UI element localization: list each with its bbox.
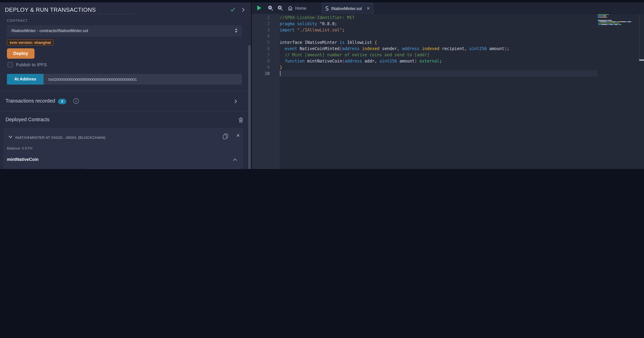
minimap-seg [600,17,607,18]
code-line: function mintNativeCoin(address addr, ui… [280,58,509,64]
separator [0,91,251,92]
minimap-seg [621,22,625,22]
minimap-seg [628,22,630,22]
select-arrows-icon [235,28,238,33]
deployed-contracts-title: Deployed Contracts [6,117,50,122]
open-function-name[interactable]: mintNativeCoin [7,157,38,162]
code-token: pragma solidity [280,21,320,26]
code-token: amount [489,46,504,51]
code-token: NativeCoinMinted [300,46,340,51]
function-fields: addr:amount: [4,168,243,169]
minimap-seg [607,17,607,18]
minimap-seg [598,14,608,15]
deployed-contract-card: INATIVEMINTER AT 0X020...00001 (BLOCKCHA… [4,128,243,169]
code-token: ) [504,46,507,51]
publish-ipfs-checkbox[interactable] [8,62,13,67]
minimap-line [598,24,638,25]
minimap-line [598,17,638,18]
minimap-seg [625,22,628,22]
balance-label: Balance: 0 ETH [7,146,32,150]
code-content[interactable]: //SPDX-License-Identifier: MITpragma sol… [280,14,509,76]
code-token: mintNativeCoin [307,58,342,63]
contract-select-value: INativeMinter - contracts/INativeMinter.… [12,25,88,36]
deploy-run-panel: DEPLOY & RUN TRANSACTIONS CONTRACT INati… [0,2,251,169]
minimap-line [598,18,638,19]
minimap-seg [598,23,620,24]
vertical-scrollbar[interactable] [248,45,251,169]
code-token: ; [342,28,344,32]
tab-home[interactable]: Home [288,2,306,14]
field-input-addr[interactable] [84,168,240,169]
code-line: } [280,64,509,70]
run-script-icon[interactable] [257,6,262,10]
minimap-seg [598,20,606,21]
line-number: 7 [252,52,270,58]
card-collapse-chevron-icon[interactable] [8,135,13,138]
minimap-seg [598,16,604,16]
minimap-seg [618,24,621,25]
panel-collapse-chevron-icon[interactable] [242,8,245,12]
home-icon [288,6,293,10]
code-token [280,46,285,51]
code-line: //SPDX-License-Identifier: MIT [280,14,509,20]
minimap-seg [602,24,607,25]
publish-ipfs-label: Publish to IPFS [16,62,47,67]
evm-version-badge: evm version: shanghai [7,39,54,46]
copy-icon[interactable] [223,133,228,140]
code-line: interface INativeMinter is IAllowList { [280,39,509,46]
overview-ruler-marker [639,60,644,61]
minimap-seg [607,24,610,25]
tab-inativeminter[interactable]: INativeMinter.sol ✕ [322,3,373,14]
code-token [280,58,285,63]
code-token: indexed [362,46,382,51]
minimap-seg [610,22,612,22]
chevron-up-icon[interactable] [233,158,237,161]
code-token: // Mint [amount] number of native coins … [280,52,430,57]
title-underline [6,14,135,14]
tab-file-label: INativeMinter.sol [331,6,362,11]
code-line: event NativeCoinMinted(address indexed s… [280,46,509,52]
code-token: address [344,58,365,63]
transactions-recorded-label: Transactions recorded [6,98,55,104]
line-number: 9 [252,64,270,70]
close-icon[interactable]: ✕ [236,133,240,138]
line-number: 5 [252,39,270,46]
minimap-seg [604,16,606,16]
minimap-seg [615,24,618,25]
line-number: 1 [252,14,270,20]
minimap-seg [610,24,612,25]
separator [0,111,251,112]
minimap-seg [598,17,600,18]
tab-close-icon[interactable]: ✕ [367,6,370,11]
info-icon [73,98,79,104]
code-token: IAllowList [347,40,374,45]
zoom-in-icon[interactable] [277,5,283,11]
deploy-button[interactable]: Deploy [7,48,34,59]
tab-home-label: Home [295,6,306,10]
panel-title: DEPLOY & RUN TRANSACTIONS [5,6,96,13]
at-address-button[interactable]: At Address [7,74,44,84]
trash-icon[interactable] [238,117,244,123]
zoom-out-icon[interactable] [268,5,274,11]
minimap-line [598,20,638,21]
code-token: } [280,65,282,70]
minimap-seg [612,24,615,25]
minimap-seg [631,22,631,22]
minimap[interactable] [598,14,638,29]
at-address-input[interactable] [44,74,242,84]
minimap-line [598,27,638,28]
minimap-line [598,26,638,26]
function-field-row: addr: [4,168,243,169]
code-token: { [374,40,377,45]
code-token: is [340,40,347,45]
code-token: ^0.8.0; [320,21,337,26]
transactions-expand-chevron-icon[interactable] [234,99,237,104]
text-cursor [280,71,280,76]
minimap-seg [598,26,598,26]
code-token: external [417,58,440,63]
line-number: 4 [252,33,270,39]
contract-select[interactable]: INativeMinter - contracts/INativeMinter.… [7,25,242,36]
code-token: address [402,46,422,51]
line-number: 10 [252,70,270,76]
code-token: address [342,46,362,51]
